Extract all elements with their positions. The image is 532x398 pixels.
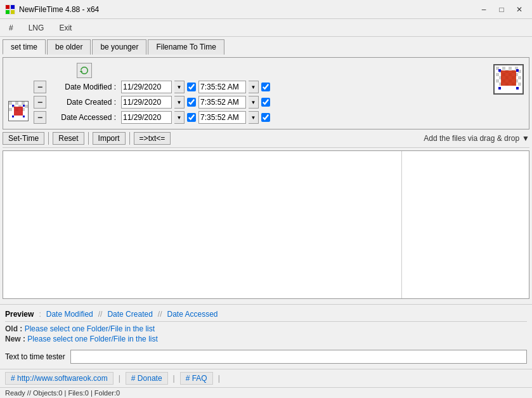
menu-item-lng[interactable]: LNG bbox=[25, 22, 48, 34]
import-button[interactable]: Import bbox=[93, 132, 126, 145]
preview-date-modified[interactable]: Date Modified bbox=[46, 310, 93, 319]
svg-rect-48 bbox=[498, 87, 501, 90]
svg-rect-22 bbox=[502, 67, 505, 70]
date-created-time-spinner[interactable]: ▼ bbox=[249, 96, 259, 109]
date-created-time-input[interactable] bbox=[198, 96, 246, 109]
svg-rect-8 bbox=[22, 102, 25, 105]
window-controls: – □ ✕ bbox=[476, 3, 527, 16]
date-accessed-label: Date Accessed : bbox=[49, 113, 119, 122]
date-created-row: − Date Created : ▼ ▼ bbox=[34, 96, 486, 109]
txt-button[interactable]: =>txt<= bbox=[134, 132, 171, 145]
svg-rect-19 bbox=[23, 116, 25, 117]
main-content: set time be older be younger Filename To… bbox=[0, 37, 532, 304]
date-accessed-time-input[interactable] bbox=[198, 111, 246, 124]
close-button[interactable]: ✕ bbox=[512, 3, 527, 16]
date-modified-date-dropdown[interactable]: ▼ bbox=[174, 81, 185, 93]
svg-rect-12 bbox=[9, 108, 12, 111]
left-icon-placeholder bbox=[8, 65, 29, 86]
link-faq[interactable]: # FAQ bbox=[180, 372, 213, 385]
svg-rect-18 bbox=[12, 116, 14, 117]
drag-drop-arrow: ▼ bbox=[522, 134, 529, 143]
minimize-button[interactable]: – bbox=[476, 3, 491, 16]
left-icon-bottom bbox=[8, 101, 29, 121]
file-list-main[interactable] bbox=[3, 151, 402, 298]
svg-rect-29 bbox=[496, 73, 499, 76]
date-created-minus-btn[interactable]: − bbox=[34, 96, 46, 109]
svg-rect-45 bbox=[501, 70, 516, 86]
panel-outer: − Date Modified : ▼ ▼ − Date Created : ▼ bbox=[8, 63, 524, 124]
set-time-button[interactable]: Set-Time bbox=[3, 132, 44, 145]
date-accessed-date-checkbox[interactable] bbox=[187, 113, 196, 122]
svg-rect-3 bbox=[6, 10, 10, 14]
refresh-button[interactable] bbox=[77, 63, 92, 78]
preview-sep-1: : bbox=[39, 310, 41, 319]
date-created-date-checkbox[interactable] bbox=[187, 98, 196, 107]
toolbar-sep-3 bbox=[129, 132, 130, 145]
right-calendar-icon[interactable] bbox=[493, 64, 524, 95]
svg-rect-2 bbox=[11, 5, 15, 9]
new-text: Please select one Folder/File in the lis… bbox=[27, 335, 157, 343]
bottom-sep-1: | bbox=[119, 374, 120, 383]
date-modified-minus-btn[interactable]: − bbox=[34, 81, 46, 93]
toolbar: Set-Time Reset Import =>txt<= Add the fi… bbox=[3, 129, 529, 148]
svg-rect-47 bbox=[516, 69, 519, 72]
status-bar: Ready // Objects:0 | Files:0 | Folder:0 bbox=[0, 387, 532, 398]
date-modified-time-spinner[interactable]: ▼ bbox=[249, 81, 259, 93]
preview-label: Preview bbox=[5, 310, 34, 319]
date-modified-date-checkbox[interactable] bbox=[187, 83, 196, 91]
title-bar: NewFileTime 4.88 - x64 – □ ✕ bbox=[0, 0, 532, 19]
menu-bar: # LNG Exit bbox=[0, 19, 532, 37]
preview-date-created[interactable]: Date Created bbox=[107, 310, 152, 319]
date-created-date-input[interactable] bbox=[121, 96, 172, 109]
file-list[interactable] bbox=[3, 150, 529, 299]
right-icon-container bbox=[488, 63, 524, 95]
date-accessed-date-dropdown[interactable]: ▼ bbox=[174, 111, 185, 124]
tab-be-older[interactable]: be older bbox=[47, 39, 91, 55]
date-accessed-minus-btn[interactable]: − bbox=[34, 111, 46, 124]
maximize-button[interactable]: □ bbox=[494, 3, 509, 16]
toolbar-sep-1 bbox=[48, 132, 49, 145]
svg-rect-23 bbox=[509, 67, 512, 70]
date-modified-date-input[interactable] bbox=[121, 81, 172, 93]
date-accessed-row: − Date Accessed : ▼ ▼ bbox=[34, 111, 486, 124]
preview-new-row: New : Please select one Folder/File in t… bbox=[5, 335, 527, 343]
link-donate[interactable]: # Donate bbox=[126, 372, 168, 385]
preview-info: Old : Please select one Folder/File in t… bbox=[5, 322, 527, 347]
date-accessed-time-spinner[interactable]: ▼ bbox=[249, 111, 259, 124]
menu-item-hash[interactable]: # bbox=[5, 22, 17, 34]
status-text: Ready // Objects:0 | Files:0 | Folder:0 bbox=[5, 389, 120, 397]
date-created-date-dropdown[interactable]: ▼ bbox=[174, 96, 185, 109]
svg-rect-15 bbox=[14, 107, 23, 116]
new-label: New : bbox=[5, 335, 25, 343]
tab-set-time[interactable]: set time bbox=[3, 39, 46, 55]
link-website[interactable]: # http://www.softwareok.com bbox=[5, 372, 114, 385]
svg-rect-37 bbox=[496, 79, 499, 83]
file-list-detail bbox=[402, 151, 529, 298]
svg-rect-7 bbox=[15, 102, 18, 105]
text-tester-input[interactable] bbox=[70, 350, 527, 364]
preview-old-row: Old : Please select one Folder/File in t… bbox=[5, 324, 527, 333]
date-created-time-checkbox[interactable] bbox=[261, 98, 270, 107]
svg-rect-44 bbox=[518, 83, 521, 86]
date-accessed-date-input[interactable] bbox=[121, 111, 172, 124]
tab-be-younger[interactable]: be younger bbox=[92, 39, 146, 55]
bottom-links: # http://www.softwareok.com | # Donate |… bbox=[0, 369, 532, 387]
date-created-label: Date Created : bbox=[49, 98, 119, 107]
window-title: NewFileTime 4.88 - x64 bbox=[19, 5, 476, 14]
tab-filename-to-time[interactable]: Filename To Time bbox=[148, 39, 224, 55]
svg-rect-16 bbox=[12, 105, 14, 107]
date-accessed-time-checkbox[interactable] bbox=[261, 113, 270, 122]
menu-item-exit[interactable]: Exit bbox=[55, 22, 75, 34]
reset-button[interactable]: Reset bbox=[53, 132, 84, 145]
svg-rect-36 bbox=[518, 76, 521, 79]
preview-bar: Preview : Date Modified // Date Created … bbox=[5, 307, 527, 322]
date-modified-time-input[interactable] bbox=[198, 81, 246, 93]
svg-rect-17 bbox=[23, 105, 25, 107]
date-modified-time-checkbox[interactable] bbox=[261, 83, 270, 91]
app-icon bbox=[5, 4, 15, 15]
preview-date-accessed[interactable]: Date Accessed bbox=[167, 310, 217, 319]
svg-rect-11 bbox=[25, 105, 28, 108]
svg-rect-46 bbox=[498, 69, 501, 72]
date-modified-label: Date Modified : bbox=[49, 83, 119, 91]
refresh-row bbox=[77, 63, 486, 78]
